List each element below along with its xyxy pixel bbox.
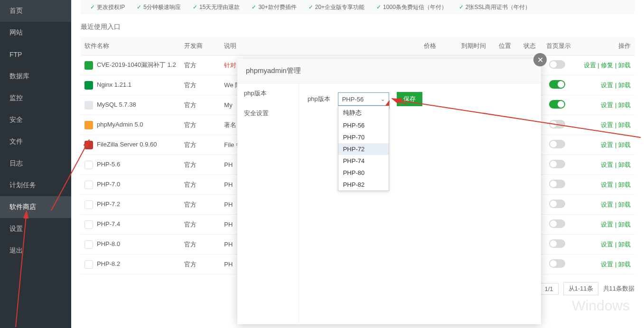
dropdown-option[interactable]: PHP-72 (338, 143, 389, 155)
action-卸载[interactable]: 卸载 (618, 221, 631, 228)
action-设置[interactable]: 设置 (601, 261, 613, 268)
dropdown-option[interactable]: 纯静态 (338, 106, 389, 119)
modal-content: php版本 PHP-56 ⌄ 纯静态PHP-56PHP-70PHP-72PHP-… (299, 83, 541, 323)
cell-name: phpMyAdmin 5.0 (81, 115, 180, 135)
cell-actions: 设置 | 卸载 (575, 175, 635, 195)
cell-name: PHP-8.2 (81, 255, 180, 274)
page-range: 从1-11条 (563, 282, 598, 295)
home-toggle[interactable] (549, 259, 565, 268)
home-toggle[interactable] (549, 239, 565, 248)
save-button[interactable]: 保存 (397, 92, 422, 106)
software-icon (84, 121, 93, 129)
action-设置[interactable]: 设置 (601, 101, 613, 109)
action-修复[interactable]: 修复 (601, 62, 613, 69)
action-设置[interactable]: 设置 (601, 201, 613, 208)
home-toggle[interactable] (549, 200, 565, 208)
action-卸载[interactable]: 卸载 (618, 82, 631, 89)
sidebar-item[interactable]: 退出 (0, 240, 71, 262)
cell-name: PHP-5.6 (81, 155, 180, 175)
cell-home (540, 175, 575, 195)
col-dev: 开发商 (180, 37, 220, 55)
col-home: 首页显示 (540, 37, 575, 55)
banner-feature: ✓15天无理由退款 (193, 3, 240, 11)
page-total: 共11条数据 (603, 284, 635, 293)
sidebar: 首页网站FTP数据库监控安全文件日志计划任务软件商店设置退出 (0, 0, 71, 328)
sidebar-item[interactable]: 首页 (0, 0, 71, 22)
cell-actions: 设置 | 卸载 (575, 155, 635, 175)
action-卸载[interactable]: 卸载 (618, 181, 631, 188)
php-version-label: php版本 (308, 95, 330, 103)
sidebar-item[interactable]: 软件商店 (0, 196, 71, 218)
software-icon (84, 141, 93, 149)
cell-name: MySQL 5.7.38 (81, 95, 180, 115)
sidebar-item[interactable]: FTP (0, 44, 71, 65)
sidebar-item[interactable]: 监控 (0, 87, 71, 109)
banner-feature: ✓20+企业版专享功能 (308, 3, 364, 11)
action-卸载[interactable]: 卸载 (618, 62, 631, 69)
section-title: 最近使用入口 (81, 23, 635, 31)
cell-dev: 官方 (180, 235, 220, 255)
action-卸载[interactable]: 卸载 (618, 201, 631, 208)
modal-tab[interactable]: php版本 (237, 83, 299, 103)
software-icon (84, 200, 93, 209)
action-设置[interactable]: 设置 (601, 161, 613, 168)
software-icon (84, 61, 93, 70)
watermark: Windows (572, 298, 630, 314)
php-version-select[interactable]: PHP-56 ⌄ 纯静态PHP-56PHP-70PHP-72PHP-74PHP-… (338, 92, 389, 106)
dropdown-option[interactable]: PHP-80 (338, 167, 389, 179)
action-设置[interactable]: 设置 (584, 62, 596, 69)
action-设置[interactable]: 设置 (601, 181, 613, 188)
col-price: 价格 (410, 37, 440, 55)
action-设置[interactable]: 设置 (601, 121, 613, 128)
sidebar-item[interactable]: 日志 (0, 153, 71, 174)
modal-title: phpmyadmin管理 (237, 59, 541, 83)
cell-home (540, 155, 575, 175)
sidebar-item[interactable]: 文件 (0, 131, 71, 153)
banner-feature: ✓30+款付费插件 (252, 3, 296, 11)
sidebar-item[interactable]: 计划任务 (0, 174, 71, 196)
action-设置[interactable]: 设置 (601, 141, 613, 148)
cell-name: PHP-7.0 (81, 175, 180, 195)
home-toggle[interactable] (549, 140, 565, 148)
action-设置[interactable]: 设置 (601, 221, 613, 228)
action-卸载[interactable]: 卸载 (618, 101, 631, 109)
home-toggle[interactable] (549, 80, 565, 89)
cell-name: PHP-7.2 (81, 195, 180, 215)
software-icon (84, 260, 93, 269)
action-卸载[interactable]: 卸载 (618, 261, 631, 268)
dropdown-option[interactable]: PHP-82 (338, 179, 389, 191)
dropdown-option[interactable]: PHP-74 (338, 155, 389, 167)
sidebar-item[interactable]: 数据库 (0, 65, 71, 87)
page-count: 1/1 (539, 283, 558, 295)
action-卸载[interactable]: 卸载 (618, 141, 631, 148)
cell-actions: 设置 | 修复 | 卸载 (575, 55, 635, 75)
modal-tab[interactable]: 安全设置 (237, 103, 299, 123)
cell-name: PHP-8.0 (81, 235, 180, 255)
sidebar-item[interactable]: 设置 (0, 218, 71, 240)
cell-dev: 官方 (180, 75, 220, 95)
home-toggle[interactable] (549, 100, 565, 109)
close-icon[interactable]: ✕ (533, 53, 547, 66)
sidebar-item[interactable]: 安全 (0, 109, 71, 131)
home-toggle[interactable] (549, 120, 565, 128)
sidebar-item[interactable]: 网站 (0, 22, 71, 44)
home-toggle[interactable] (549, 160, 565, 168)
col-status: 状态 (515, 37, 540, 55)
software-icon (84, 240, 93, 249)
action-设置[interactable]: 设置 (601, 241, 613, 248)
action-卸载[interactable]: 卸载 (618, 241, 631, 248)
home-toggle[interactable] (549, 180, 565, 188)
cell-actions: 设置 | 卸载 (575, 195, 635, 215)
home-toggle[interactable] (549, 60, 565, 69)
banner-feature: ✓1000条免费短信（年付） (376, 3, 447, 11)
action-卸载[interactable]: 卸载 (618, 161, 631, 168)
action-卸载[interactable]: 卸载 (618, 121, 631, 128)
dropdown-option[interactable]: PHP-56 (338, 119, 389, 131)
select-value: PHP-56 (342, 96, 364, 103)
cell-home (540, 215, 575, 235)
cell-actions: 设置 | 卸载 (575, 255, 635, 274)
cell-actions: 设置 | 卸载 (575, 75, 635, 95)
home-toggle[interactable] (549, 219, 565, 228)
action-设置[interactable]: 设置 (601, 82, 613, 89)
dropdown-option[interactable]: PHP-70 (338, 131, 389, 143)
